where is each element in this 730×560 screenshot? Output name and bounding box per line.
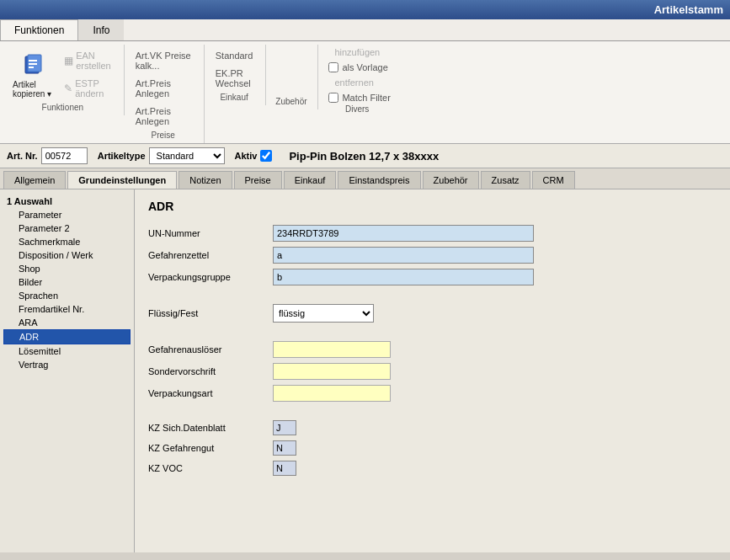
art-preis-anlegen-button[interactable]: Art.PreisAnlegen [130,76,197,101]
art-preis-anlegen-label: Art.PreisAnlegen [136,78,171,99]
match-filter-text: Match Filter [342,93,390,103]
tab-notizen[interactable]: Notizen [179,171,232,189]
app-title: Artikelstamm [654,3,723,16]
kz-gefahrengut-row: KZ Gefahrengut [148,440,717,456]
sidebar-item-vertrag[interactable]: Vertrag [3,358,131,371]
tab-allgemein[interactable]: Allgemein [3,171,66,189]
ek-pr-button[interactable]: EK.PRWechsel [210,66,259,91]
verpackungsart-input[interactable] [273,385,391,402]
art-preis2-label: Art.PreisAnlegen [136,106,171,126]
hinzufugen-button[interactable]: hinzufügen [328,45,386,60]
tab-einstandspreis[interactable]: Einstandspreis [338,171,420,189]
tab-zubehor[interactable]: Zubehör [423,171,479,189]
artikel-kopieren-button[interactable]: Artikelkopieren ▾ [8,51,56,101]
copy-icon [19,53,45,80]
sidebar-item-shop[interactable]: Shop [3,262,131,275]
kz-gefahrengut-input[interactable] [273,440,296,456]
zubehor-group-label: Zubehör [275,97,306,106]
aktiv-label: Aktiv [235,151,258,161]
art-preis2-button[interactable]: Art.PreisAnlegen [130,104,197,129]
verpackungsgruppe-input[interactable] [273,269,534,285]
einkauf-buttons: Standard EK.PRWechsel [210,45,259,91]
als-vorlage-row: als Vorlage [328,62,390,72]
verpackungsgruppe-row: Verpackungsgruppe [148,269,717,285]
flussig-fest-label: Flüssig/Fest [148,308,266,318]
tab-preise[interactable]: Preise [234,171,282,189]
flussig-fest-select[interactable]: flüssig fest gasförmig [273,304,374,323]
als-vorlage-checkbox[interactable] [328,62,338,72]
divers-group-label: Divers [345,104,369,114]
gefahrenausloser-input[interactable] [273,341,391,358]
aktiv-checkbox[interactable] [260,150,272,162]
sidebar-item-sprachen[interactable]: Sprachen [3,289,131,302]
sidebar-item-fremdartikel[interactable]: Fremdartikel Nr. [3,302,131,316]
sidebar-item-adr[interactable]: ADR [3,329,131,344]
verpackungsart-label: Verpackungsart [148,388,266,398]
ean-button[interactable]: ▦ EANerstellen [58,48,117,73]
artikeltype-label: Artikeltype [98,151,146,161]
artikeltype-group: Artikeltype Standard Dienstleistung Set [98,147,225,164]
tab-einkauf[interactable]: Einkauf [284,171,337,189]
standard-label: Standard [216,51,253,61]
tab-grundeinstellungen[interactable]: Grundeinstellungen [67,171,177,189]
ean-label: EANerstellen [76,51,111,71]
estp-icon: ✎ [64,83,72,94]
estp-label: ESTPändern [75,78,104,99]
sidebar-item-ara[interactable]: ARA [3,316,131,329]
sidebar-item-disposition[interactable]: Disposition / Werk [3,248,131,262]
ribbon-large-buttons: Artikelkopieren ▾ ▦ EANerstellen ✎ ESTPä… [8,45,117,101]
artikeltype-select[interactable]: Standard Dienstleistung Set [149,147,225,164]
preise-buttons: Art.VK Preisekalk... Art.PreisAnlegen Ar… [130,45,197,129]
art-vk-preise-label: Art.VK Preisekalk... [136,51,191,71]
art-nr-input[interactable] [41,147,88,164]
sidebar-item-losemittel[interactable]: Lösemittel [3,344,131,358]
art-nr-label: Art. Nr. [7,151,38,161]
sondervorschrift-row: Sondervorschrift [148,363,717,380]
svg-rect-2 [29,60,37,61]
gefahrenausloser-row: Gefahrenauslöser [148,341,717,358]
title-bar: Artikelstamm [0,0,730,19]
tab-zusatz[interactable]: Zusatz [481,171,530,189]
tab-crm[interactable]: CRM [532,171,575,189]
un-nummer-input[interactable] [273,225,534,242]
als-vorlage-text: als Vorlage [342,62,387,72]
ribbon-group-zubehor: Zubehör [268,45,318,109]
standard-button[interactable]: Standard [210,48,259,63]
verpackungsgruppe-label: Verpackungsgruppe [148,272,266,282]
estp-button[interactable]: ✎ ESTPändern [58,76,117,101]
match-filter-checkbox[interactable] [328,93,338,103]
form-area: Art. Nr. Artikeltype Standard Dienstleis… [0,144,730,168]
gefahrenausloser-label: Gefahrenauslöser [148,344,266,355]
ribbon-group-preise: Art.VK Preisekalk... Art.PreisAnlegen Ar… [126,45,205,143]
kz-voc-input[interactable] [273,461,296,476]
un-nummer-label: UN-Nummer [148,228,266,238]
sidebar-item-bilder[interactable]: Bilder [3,275,131,289]
entfernen-button[interactable]: entfernen [328,75,379,90]
tabs-row: Allgemein Grundeinstellungen Notizen Pre… [0,168,730,189]
kz-sich-input[interactable] [273,420,296,435]
sidebar-item-sachmerkmale[interactable]: Sachmerkmale [3,235,131,248]
menu-tab-funktionen[interactable]: Funktionen [0,19,78,40]
gefahrenzettel-label: Gefahrenzettel [148,250,266,260]
sidebar-item-parameter2[interactable]: Parameter 2 [3,221,131,235]
art-nr-group: Art. Nr. [7,147,88,164]
gefahrenzettel-input[interactable] [273,247,534,264]
art-vk-preise-button[interactable]: Art.VK Preisekalk... [130,48,197,73]
ek-pr-label: EK.PRWechsel [216,68,251,88]
sondervorschrift-input[interactable] [273,363,391,380]
funktionen-group-label: Funktionen [42,103,83,112]
einkauf-group-label: Einkauf [220,93,248,102]
adr-form: UN-Nummer Gefahrenzettel Verpackungsgrup… [148,225,717,476]
preise-group-label: Preise [152,131,175,140]
ean-icon: ▦ [64,55,73,67]
svg-rect-4 [29,67,34,68]
sondervorschrift-label: Sondervorschrift [148,366,266,376]
menu-bar: Funktionen Info [0,19,730,41]
menu-tab-info[interactable]: Info [78,19,124,40]
hinzufugen-row: hinzufügen [328,45,390,60]
sidebar-item-parameter[interactable]: Parameter [3,208,131,221]
sidebar-section-title[interactable]: 1 Auswahl [3,195,131,208]
artikel-kopieren-label: Artikelkopieren ▾ [13,80,51,99]
kz-sich-label: KZ Sich.Datenblatt [148,423,266,433]
spacer3 [148,407,717,415]
